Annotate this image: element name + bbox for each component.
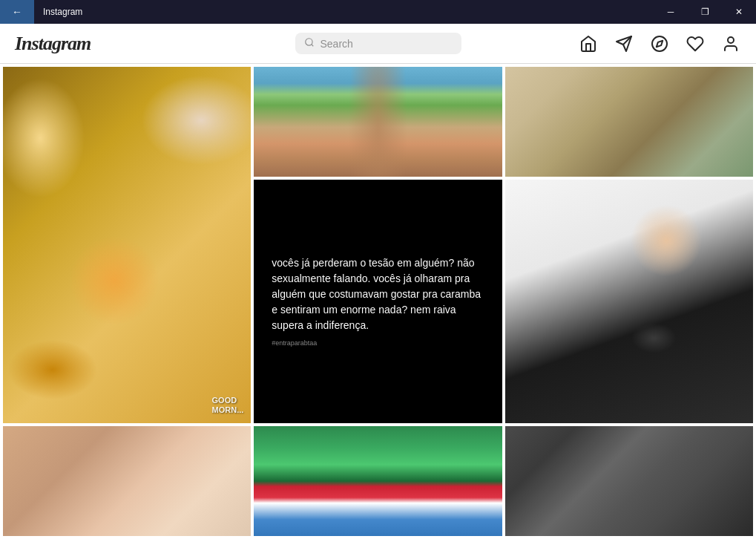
svg-point-0	[305, 39, 312, 45]
titlebar-title: Instagram	[34, 7, 654, 17]
nav-icons	[578, 33, 741, 54]
header: Instagram	[0, 24, 756, 64]
close-button[interactable]: ✕	[722, 0, 756, 24]
post-text-tag: #entraparabtaa	[272, 339, 317, 347]
send-button[interactable]	[614, 33, 634, 54]
post-couple-bw[interactable]	[505, 426, 753, 536]
search-input[interactable]	[321, 38, 453, 50]
minimize-button[interactable]: ─	[654, 0, 688, 24]
post-soccer-player[interactable]	[505, 180, 753, 422]
post-black-text[interactable]: vocês já perderam o tesão em alguém? não…	[254, 180, 502, 422]
post-overlay-text: GOODMORN...	[212, 396, 244, 415]
home-button[interactable]	[578, 33, 599, 54]
post-woman-hat[interactable]	[254, 426, 502, 536]
post-woman-glasses[interactable]	[3, 426, 251, 536]
search-container	[295, 33, 461, 54]
svg-marker-5	[657, 40, 663, 46]
window-controls: ─ ❐ ✕	[654, 0, 756, 24]
instagram-logo[interactable]: Instagram	[15, 33, 104, 55]
post-bikini[interactable]	[254, 67, 502, 177]
search-icon	[304, 37, 315, 50]
back-button[interactable]: ←	[0, 0, 34, 24]
explore-button[interactable]	[649, 33, 670, 54]
post-reptile[interactable]	[505, 67, 753, 177]
search-box[interactable]	[295, 33, 461, 54]
feed-grid: GOODMORN... vocês já perderam o tesão em…	[0, 64, 756, 539]
post-food-breakfast[interactable]: GOODMORN...	[3, 67, 251, 423]
svg-line-1	[311, 45, 313, 47]
heart-button[interactable]	[685, 33, 706, 54]
svg-point-6	[728, 37, 734, 43]
svg-point-4	[652, 36, 667, 51]
profile-button[interactable]	[720, 33, 741, 54]
titlebar: ← Instagram ─ ❐ ✕	[0, 0, 756, 24]
maximize-button[interactable]: ❐	[688, 0, 722, 24]
post-text-content: vocês já perderam o tesão em alguém? não…	[272, 255, 484, 333]
